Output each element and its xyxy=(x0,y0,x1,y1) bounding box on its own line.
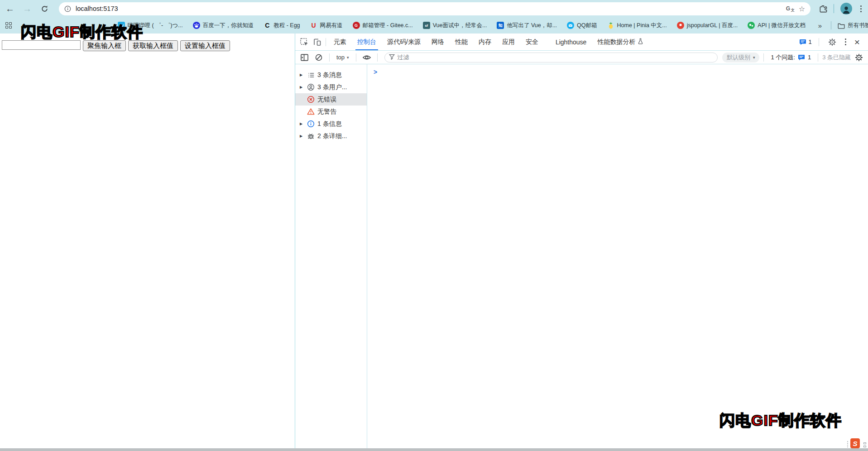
translate-icon[interactable]: G文 xyxy=(786,5,794,12)
console-sidebar: ▶ 3 条消息 ▶ 3 条用户... xyxy=(295,64,367,448)
tabbar-separator xyxy=(326,38,326,46)
tab-performance[interactable]: 性能 xyxy=(450,34,473,50)
url-text[interactable]: localhost:5173 xyxy=(76,5,782,12)
tab-console[interactable]: 控制台 xyxy=(352,34,382,50)
bookmark-gitee[interactable]: G 邮箱管理 - Gitee.c... xyxy=(353,22,413,29)
expander-icon[interactable]: ▶ xyxy=(300,134,304,138)
refresh-icon[interactable] xyxy=(39,3,50,14)
tab-performance-insights[interactable]: 性能数据分析 xyxy=(592,34,649,50)
sidebar-item-messages[interactable]: ▶ 3 条消息 xyxy=(295,69,367,81)
apps-grid-icon[interactable] xyxy=(5,22,12,29)
issues-summary[interactable]: 1 个问题: 1 xyxy=(768,53,814,62)
no-warnings-icon xyxy=(307,108,315,115)
extensions-icon[interactable] xyxy=(819,5,827,13)
sidebar-item-label: 1 条信息 xyxy=(317,120,342,128)
tab-elements[interactable]: 元素 xyxy=(328,34,352,50)
tab-network[interactable]: 网络 xyxy=(426,34,450,50)
bookmark-baidu[interactable]: 百度一下，你就知道 xyxy=(193,22,254,29)
log-levels-select[interactable]: 默认级别▾ xyxy=(722,53,760,62)
recorder-resize-marks xyxy=(863,442,866,447)
issues-label: 1 个问题: xyxy=(771,53,795,62)
set-value-button[interactable]: 设置输入框值 xyxy=(180,40,230,51)
expander-icon[interactable]: ▶ xyxy=(300,85,304,89)
youdao-icon: U xyxy=(310,22,317,29)
sidebar-item-label: 3 条用户... xyxy=(317,83,347,91)
zhihu-icon: 知 xyxy=(497,22,504,29)
bookmark-zhihu[interactable]: 知 他写出了 Vue，却... xyxy=(497,22,557,29)
sidebar-item-verbose[interactable]: ▶ 2 条详细... xyxy=(295,130,367,142)
page-controls: 聚焦输入框 获取输入框值 设置输入框值 xyxy=(2,40,230,51)
toolbar-separator xyxy=(763,53,764,62)
bookmark-bilibili[interactable]: TV 哔哩哔哩 ( ゜- ゜)つ... xyxy=(118,22,183,29)
hidden-messages-note: 3 条已隐藏 xyxy=(822,53,851,62)
toolbar-right xyxy=(819,3,863,14)
site-info-icon[interactable] xyxy=(64,5,71,12)
pinia-icon xyxy=(607,22,614,29)
devtools-tabs: 元素 控制台 源代码/来源 网络 性能 内存 应用 安全 Lighthouse … xyxy=(328,34,649,50)
tab-sources[interactable]: 源代码/来源 xyxy=(382,34,426,50)
text-input[interactable] xyxy=(2,40,81,50)
settings-gear-icon[interactable] xyxy=(826,36,839,48)
toolbar-separator xyxy=(329,53,330,62)
bookmarks-bar: TV 哔哩哔哩 ( ゜- ゜)つ... 百度一下，你就知道 C 教程 - Egg… xyxy=(0,17,868,34)
sidebar-item-info[interactable]: ▶ 1 条信息 xyxy=(295,118,367,130)
bookmark-wechat-docs[interactable]: API | 微信开放文档 xyxy=(748,22,805,29)
sidebar-item-warnings[interactable]: 无警告 xyxy=(295,106,367,118)
egg-icon: C xyxy=(264,22,271,29)
live-expression-eye-icon[interactable] xyxy=(360,52,373,63)
bookmarks-right: » 所有书签 xyxy=(815,21,868,29)
focus-input-button[interactable]: 聚焦输入框 xyxy=(83,40,126,51)
bookmark-star-icon[interactable]: ☆ xyxy=(799,5,805,13)
expander-icon[interactable]: ▶ xyxy=(300,73,304,77)
tab-lighthouse[interactable]: Lighthouse xyxy=(550,34,592,50)
tab-application[interactable]: 应用 xyxy=(497,34,520,50)
baidu-icon xyxy=(193,22,200,29)
bookmarks-overflow-icon[interactable]: » xyxy=(815,22,825,29)
back-icon[interactable]: ← xyxy=(5,3,15,14)
all-bookmarks-label: 所有书签 xyxy=(848,22,868,29)
expander-icon[interactable]: ▶ xyxy=(300,122,304,126)
bookmark-egg[interactable]: C 教程 - Egg xyxy=(264,22,300,29)
bookmark-label: Vue面试中，经常会... xyxy=(433,22,487,29)
devtools-close-icon[interactable]: × xyxy=(853,37,862,47)
console-messages-area[interactable]: > xyxy=(367,64,868,448)
console-settings-gear-icon[interactable] xyxy=(853,52,865,63)
address-bar[interactable]: localhost:5173 G文 ☆ xyxy=(59,2,810,15)
bookmark-qqmail[interactable]: QQ邮箱 xyxy=(567,22,597,29)
issues-bubble-icon xyxy=(798,54,805,61)
console-prompt-chevron[interactable]: > xyxy=(374,68,377,76)
sidebar-item-user-messages[interactable]: ▶ 3 条用户... xyxy=(295,81,367,93)
execution-context-select[interactable]: top▾ xyxy=(334,54,352,61)
recorder-handle-dots xyxy=(847,441,848,447)
web-page: 聚焦输入框 获取输入框值 设置输入框值 xyxy=(0,34,295,448)
get-value-button[interactable]: 获取输入框值 xyxy=(128,40,178,51)
sidebar-item-errors[interactable]: 无错误 xyxy=(295,93,367,106)
bookmark-label: 邮箱管理 - Gitee.c... xyxy=(363,22,413,29)
issues-counter[interactable]: 1 xyxy=(799,38,812,45)
clear-console-icon[interactable] xyxy=(312,52,325,63)
bookmark-label: jspopularGL | 百度... xyxy=(687,22,738,29)
sidebar-item-label: 2 条详细... xyxy=(317,132,347,140)
issues-count: 1 xyxy=(808,54,811,61)
no-errors-icon xyxy=(307,96,315,103)
bookmark-label: 哔哩哔哩 ( ゜- ゜)つ... xyxy=(128,22,183,29)
devtools-panel: 元素 控制台 源代码/来源 网络 性能 内存 应用 安全 Lighthouse … xyxy=(295,34,868,448)
bookmark-label: API | 微信开放文档 xyxy=(758,22,805,29)
inspect-element-icon[interactable] xyxy=(298,36,311,48)
bookmark-youdao[interactable]: U 网易有道 xyxy=(310,22,343,29)
browser-menu-icon[interactable] xyxy=(858,4,863,14)
all-bookmarks-button[interactable]: 所有书签 xyxy=(838,22,868,29)
devtools-menu-icon[interactable] xyxy=(843,37,848,47)
tab-security[interactable]: 安全 xyxy=(520,34,544,50)
recorder-s-badge[interactable]: S xyxy=(850,438,860,448)
forward-icon[interactable]: → xyxy=(22,3,33,14)
bookmark-pinia[interactable]: Home | Pinia 中文... xyxy=(607,22,667,29)
device-toolbar-icon[interactable] xyxy=(311,36,323,48)
profile-avatar[interactable] xyxy=(840,3,852,14)
console-filter-input[interactable]: 过滤 xyxy=(384,53,718,62)
user-messages-icon xyxy=(307,83,315,91)
tab-memory[interactable]: 内存 xyxy=(473,34,497,50)
bookmark-segmentfault[interactable]: sf Vue面试中，经常会... xyxy=(423,22,487,29)
console-sidebar-toggle-icon[interactable] xyxy=(298,52,311,63)
bookmark-jspopular[interactable]: jspopularGL | 百度... xyxy=(677,22,738,29)
